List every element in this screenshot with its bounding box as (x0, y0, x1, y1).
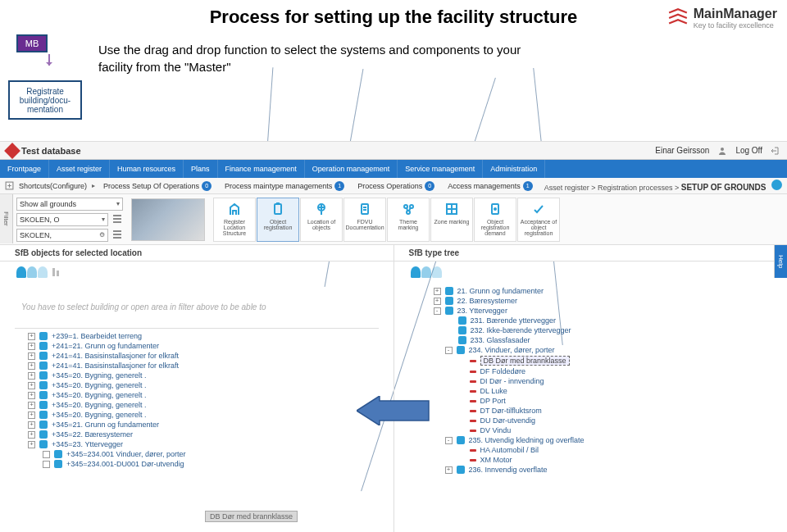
crumb-registration[interactable]: Registration processes (598, 184, 673, 192)
bars-icon[interactable] (52, 268, 59, 276)
left-tree-row[interactable]: +345=234.001 Vinduer, dører, porter (15, 449, 379, 459)
datasource-icon[interactable] (411, 266, 442, 278)
expand-icon[interactable]: + (28, 392, 35, 399)
filter-side-tab[interactable]: Filter (0, 194, 13, 243)
expand-icon[interactable]: + (445, 466, 453, 474)
expand-icon[interactable]: + (28, 333, 35, 340)
expand-icon[interactable] (43, 461, 50, 468)
leaf-icon (470, 430, 476, 432)
nav-finance-management[interactable]: Finance management (218, 160, 305, 178)
svg-rect-2 (275, 204, 281, 214)
filter-grounds-select[interactable]: Show all grounds▾ (16, 198, 123, 211)
left-tree-row[interactable]: +345=234.001-DU001 Dør-utvendig (15, 459, 379, 469)
drag-direction-arrow-icon (357, 396, 430, 427)
nav-operation-management[interactable]: Operation management (305, 160, 398, 178)
left-tree-row[interactable]: ++345=21. Grunn og fundamenter (15, 420, 379, 430)
expand-icon[interactable]: + (28, 412, 35, 419)
leaf-icon (470, 390, 476, 393)
action-acceptance-of-object-registration[interactable]: Acceptance of object registration (517, 198, 560, 242)
filter-skolen1-select[interactable]: SKOLEN, O▾ (16, 213, 108, 226)
action-zone-marking[interactable]: Zone marking (430, 198, 473, 242)
panel-right-title: SfB type tree (409, 248, 460, 257)
subtab-access-managements[interactable]: Access managements1 (444, 181, 536, 191)
nav-service-management[interactable]: Service management (398, 160, 483, 178)
panel-left: SfB objects for selected location You ha… (0, 245, 394, 532)
left-tree-row[interactable]: ++241=21. Grunn og fundamenter (15, 341, 379, 351)
logoff-icon[interactable] (771, 146, 780, 156)
left-tree-row[interactable]: ++345=20. Bygning, generelt . (15, 410, 379, 420)
action-object-registration-demand[interactable]: Object registration demand (474, 198, 516, 242)
subtab-process-operations[interactable]: Process Operations0 (354, 181, 438, 191)
right-tree-row[interactable]: DU Dør-utvendig (409, 416, 773, 425)
expand-icon[interactable]: + (434, 288, 441, 295)
nav-administration[interactable]: Administration (483, 160, 545, 178)
expand-icon[interactable]: + (28, 441, 35, 448)
logoff-link[interactable]: Log Off (735, 146, 762, 155)
right-tree-row[interactable]: DB Dør med brannklasse (409, 355, 773, 366)
right-tree-row[interactable]: DT Dør-tilfluktsrom (409, 406, 773, 416)
right-tree-row[interactable]: -23. Yttervegger (409, 306, 773, 316)
nav-human-resources[interactable]: Human resources (110, 160, 184, 178)
action-fdvu-documentation[interactable]: FDVU Documentation (343, 198, 386, 242)
globe-icon[interactable] (771, 180, 782, 190)
subtab-process-maintype-managements[interactable]: Process maintype managements1 (221, 181, 348, 191)
right-tree-row[interactable]: DI Dør - innvending (409, 376, 773, 386)
expand-icon[interactable]: + (28, 421, 35, 429)
expand-icon[interactable]: + (28, 352, 35, 360)
list-icon[interactable] (111, 229, 123, 240)
filter-skolen2-select[interactable]: SKOLEN,⚙ (16, 229, 108, 242)
datasource-icon[interactable] (16, 266, 48, 278)
shortcuts-expand-icon[interactable] (5, 181, 14, 190)
expand-icon[interactable]: + (28, 343, 35, 350)
expand-icon[interactable]: + (28, 402, 35, 409)
left-tree-row[interactable]: ++345=23. Yttervegger (15, 439, 379, 449)
left-tree-row[interactable]: ++345=20. Bygning, generelt . (15, 380, 379, 390)
expand-icon[interactable]: + (28, 362, 35, 370)
left-tree-row[interactable]: ++345=20. Bygning, generelt . (15, 400, 379, 410)
nav-plans[interactable]: Plans (184, 160, 218, 178)
nav-asset-register[interactable]: Asset register (49, 160, 110, 178)
right-tree-row[interactable]: +21. Grunn og fundamenter (409, 286, 773, 296)
expand-icon[interactable]: + (28, 382, 35, 389)
left-tree-row[interactable]: ++241=41. Basisinstallasjoner for elkraf… (15, 361, 379, 371)
action-theme-marking[interactable]: Theme marking (387, 198, 430, 242)
right-tree-row[interactable]: 231. Bærende yttervegger (409, 316, 773, 325)
list-icon[interactable] (111, 213, 123, 225)
right-tree-row[interactable]: -234. Vinduer, dører, porter (409, 345, 773, 355)
action-object-registration[interactable]: Object registration (257, 198, 299, 242)
right-tree-row[interactable]: +22. Bæresystemer (409, 296, 773, 306)
expand-icon[interactable]: + (28, 372, 35, 380)
right-tree-row[interactable]: 233. Glassfasader (409, 335, 773, 345)
action-location-of-objects[interactable]: Location of objects (300, 198, 343, 242)
subtab-process-setup-of-operations[interactable]: Process Setup Of Operations0 (100, 181, 215, 191)
nav-frontpage[interactable]: Frontpage (0, 160, 49, 178)
expand-icon[interactable]: - (445, 437, 453, 444)
node-icon (458, 326, 466, 334)
expand-icon[interactable] (43, 451, 50, 458)
right-tree-row[interactable]: DF Foldedøre (409, 366, 773, 376)
right-tree-row[interactable]: DP Port (409, 396, 773, 406)
right-tree-row[interactable]: -235. Utvendig kledning og overflate (409, 435, 773, 445)
right-tree-row[interactable]: 232. Ikke-bærende yttervegger (409, 325, 773, 335)
expand-icon[interactable]: - (445, 347, 453, 354)
right-tree-row[interactable]: XM Motor (409, 455, 773, 465)
leaf-icon (470, 380, 476, 383)
expand-icon[interactable]: + (28, 431, 35, 439)
logo-icon (667, 7, 689, 29)
right-tree-row[interactable]: HA Automobil / Bil (409, 445, 773, 455)
right-tree-row[interactable]: DV Vindu (409, 425, 773, 435)
help-side-tab[interactable]: Help (774, 245, 787, 278)
left-tree-row[interactable]: ++241=41. Basisinstallasjoner for elkraf… (15, 351, 379, 361)
expand-icon[interactable]: + (434, 298, 441, 305)
right-tree-row[interactable]: +236. Innvendig overflate (409, 465, 773, 475)
left-tree-row[interactable]: ++345=22. Bæresystemer (15, 430, 379, 439)
svg-rect-3 (276, 202, 280, 205)
action-register-location-structure[interactable]: Register Location Structure (213, 198, 256, 242)
left-tree-row[interactable]: ++345=20. Bygning, generelt . (15, 390, 379, 400)
right-tree-row[interactable]: DL Luke (409, 386, 773, 396)
left-tree-row[interactable]: ++239=1. Bearbeidet terreng (15, 331, 379, 341)
crumb-asset-register[interactable]: Asset register (544, 184, 589, 192)
left-tree-row[interactable]: ++345=20. Bygning, generelt . (15, 371, 379, 380)
shortcuts-label[interactable]: Shortcuts(Configure) (19, 182, 87, 190)
expand-icon[interactable]: - (434, 307, 441, 315)
